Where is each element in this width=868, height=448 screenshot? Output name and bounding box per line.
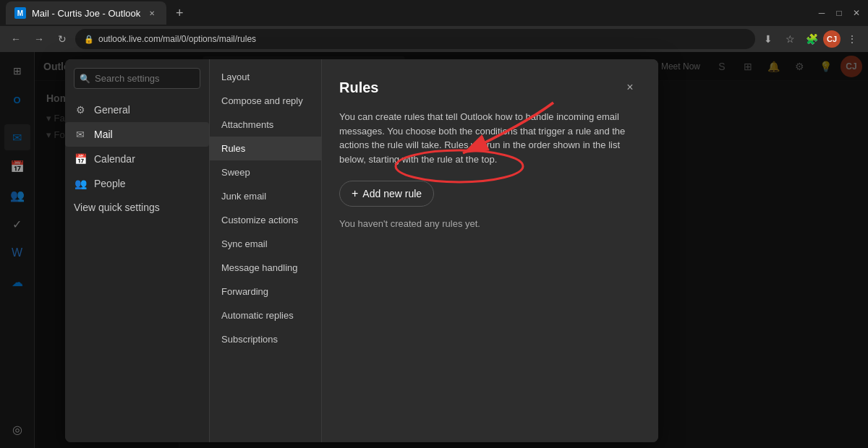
settings-search-area: 🔍 — [65, 68, 209, 98]
settings-right-panel: Rules × You can create rules that tell O… — [322, 59, 658, 442]
active-tab[interactable]: M Mail - Curtis Joe - Outlook ✕ — [6, 1, 166, 25]
calendar-icon: 📅 — [74, 152, 87, 165]
sub-rules[interactable]: Rules — [210, 137, 321, 160]
close-button[interactable]: ✕ — [851, 7, 862, 19]
nav-bar: ← → ↻ 🔒 outlook.live.com/mail/0/options/… — [0, 26, 868, 52]
settings-nav-general[interactable]: ⚙ General — [65, 98, 209, 122]
sub-sweep[interactable]: Sweep — [210, 160, 321, 184]
tab-title: Mail - Curtis Joe - Outlook — [32, 8, 140, 19]
settings-middle-panel: Layout Compose and reply Attachments Rul… — [210, 59, 322, 442]
settings-nav-view-quick[interactable]: View quick settings — [65, 196, 209, 219]
browser-chrome: M Mail - Curtis Joe - Outlook ✕ + ─ □ ✕ … — [0, 0, 868, 52]
tab-bar: M Mail - Curtis Joe - Outlook ✕ + ─ □ ✕ — [0, 0, 868, 26]
sub-sync-email[interactable]: Sync email — [210, 232, 321, 256]
settings-nav-calendar[interactable]: 📅 Calendar — [65, 147, 209, 171]
app-container: ⊞ O ✉ 📅 👥 ✓ W ☁ ◎ Outlook 🔍 📹 Meet Now S — [0, 52, 868, 448]
general-label: General — [94, 104, 130, 116]
settings-button[interactable]: ⋮ — [842, 29, 862, 49]
download-button[interactable]: ⬇ — [758, 29, 778, 49]
settings-nav-mail[interactable]: ✉ Mail — [65, 122, 209, 147]
sub-message-handling[interactable]: Message handling — [210, 256, 321, 280]
minimize-button[interactable]: ─ — [816, 7, 827, 19]
tab-close-button[interactable]: ✕ — [146, 7, 158, 19]
no-rules-text: You haven't created any rules yet. — [339, 218, 641, 229]
settings-nav-people[interactable]: 👥 People — [65, 171, 209, 196]
modal-rules-title: Rules — [339, 79, 378, 96]
sub-customize-actions[interactable]: Customize actions — [210, 208, 321, 232]
nav-actions: ⬇ ☆ 🧩 CJ ⋮ — [758, 29, 862, 49]
add-new-rule-button[interactable]: + Add new rule — [339, 181, 434, 207]
calendar-label: Calendar — [94, 153, 135, 165]
sub-junk-email[interactable]: Junk email — [210, 184, 321, 208]
modal-body: 🔍 ⚙ General ✉ Mail 📅 Calendar 👥 — [65, 59, 658, 442]
view-quick-settings-label: View quick settings — [74, 202, 160, 213]
address-bar[interactable]: 🔒 outlook.live.com/mail/0/options/mail/r… — [75, 29, 755, 49]
sub-automatic-replies[interactable]: Automatic replies — [210, 303, 321, 327]
bookmark-button[interactable]: ☆ — [780, 29, 800, 49]
reload-button[interactable]: ↻ — [52, 29, 72, 49]
general-icon: ⚙ — [74, 103, 87, 116]
modal-close-button[interactable]: × — [619, 77, 641, 98]
sub-forwarding[interactable]: Forwarding — [210, 280, 321, 303]
settings-search-icon: 🔍 — [80, 74, 90, 84]
maximize-button[interactable]: □ — [833, 7, 845, 19]
mail-label: Mail — [94, 129, 113, 140]
sub-layout[interactable]: Layout — [210, 65, 321, 89]
profile-button[interactable]: CJ — [823, 30, 841, 48]
sub-compose-reply[interactable]: Compose and reply — [210, 89, 321, 113]
lock-icon: 🔒 — [84, 35, 94, 44]
settings-modal: 🔍 ⚙ General ✉ Mail 📅 Calendar 👥 — [65, 59, 658, 442]
back-button[interactable]: ← — [6, 29, 26, 49]
mail-nav-icon: ✉ — [74, 128, 87, 141]
extensions-button[interactable]: 🧩 — [801, 29, 822, 49]
people-label: People — [94, 178, 126, 189]
forward-button[interactable]: → — [29, 29, 49, 49]
rules-description: You can create rules that tell Outlook h… — [339, 110, 641, 166]
sub-subscriptions[interactable]: Subscriptions — [210, 327, 321, 351]
sub-attachments[interactable]: Attachments — [210, 113, 321, 137]
settings-search-input[interactable] — [74, 68, 200, 89]
add-rule-label: Add new rule — [362, 188, 422, 199]
people-icon: 👥 — [74, 177, 87, 190]
plus-icon: + — [352, 187, 358, 200]
settings-left-panel: 🔍 ⚙ General ✉ Mail 📅 Calendar 👥 — [65, 59, 210, 442]
url-text: outlook.live.com/mail/0/options/mail/rul… — [98, 34, 256, 44]
new-tab-button[interactable]: + — [169, 3, 190, 23]
tab-favicon: M — [14, 7, 26, 19]
